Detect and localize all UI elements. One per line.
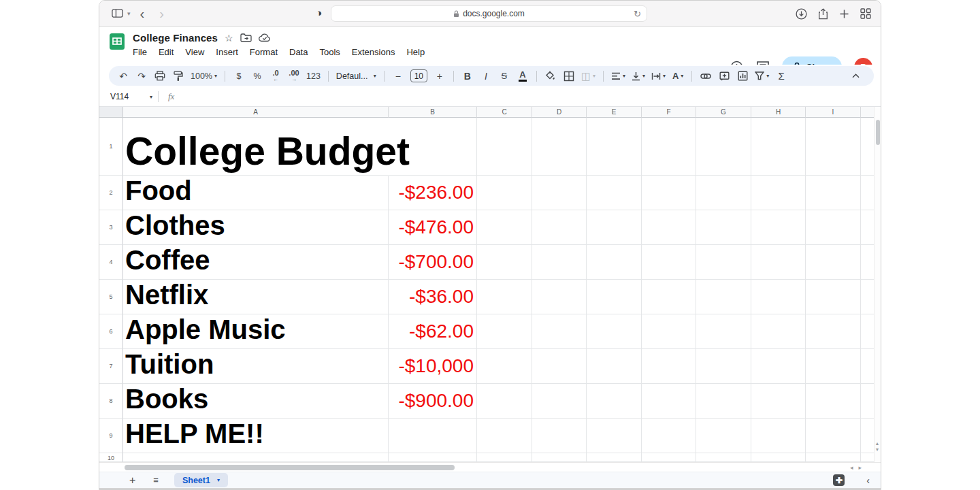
- col-header-H[interactable]: H: [751, 107, 806, 118]
- cell-B3[interactable]: -$476.00: [389, 210, 477, 245]
- cell[interactable]: [696, 210, 751, 245]
- cell[interactable]: [477, 245, 532, 280]
- cell[interactable]: [477, 280, 532, 314]
- cell[interactable]: [751, 453, 806, 462]
- address-bar[interactable]: docs.google.com ↻: [331, 5, 647, 22]
- cell[interactable]: [806, 384, 861, 419]
- cell-A5[interactable]: Netflix: [123, 280, 389, 314]
- cell-B9[interactable]: [389, 419, 477, 453]
- cell[interactable]: [532, 453, 587, 462]
- cell[interactable]: [477, 176, 532, 210]
- cell[interactable]: [696, 280, 751, 314]
- row-header[interactable]: 6: [99, 314, 123, 349]
- menu-edit[interactable]: Edit: [159, 47, 174, 57]
- cell[interactable]: [696, 384, 751, 419]
- name-box[interactable]: V114 ▾: [99, 92, 158, 101]
- cell[interactable]: [532, 176, 587, 210]
- cell[interactable]: [532, 419, 587, 453]
- borders-button[interactable]: [563, 68, 575, 84]
- menu-extensions[interactable]: Extensions: [352, 47, 395, 57]
- downloads-icon[interactable]: [796, 8, 807, 20]
- col-header-I[interactable]: I: [806, 107, 861, 118]
- cell[interactable]: [587, 384, 642, 419]
- collapse-panel-icon[interactable]: ‹: [866, 475, 870, 486]
- cell[interactable]: [861, 245, 875, 280]
- cell[interactable]: [806, 349, 861, 384]
- move-folder-icon[interactable]: [240, 33, 252, 42]
- cell[interactable]: [861, 176, 875, 210]
- cell[interactable]: [751, 384, 806, 419]
- cell[interactable]: [861, 349, 875, 384]
- cell[interactable]: [477, 314, 532, 349]
- explore-button[interactable]: ✚: [833, 474, 845, 486]
- fill-color-button[interactable]: [544, 68, 557, 84]
- create-filter-button[interactable]: ▾: [755, 68, 769, 84]
- cell[interactable]: [751, 245, 806, 280]
- cell-A1[interactable]: College Budget: [123, 118, 389, 176]
- cell[interactable]: [642, 314, 696, 349]
- cell-A7[interactable]: Tuition: [123, 349, 389, 384]
- cell[interactable]: [532, 349, 587, 384]
- cell[interactable]: [696, 118, 751, 176]
- print-button[interactable]: [154, 68, 166, 84]
- cell[interactable]: [477, 453, 532, 462]
- menu-view[interactable]: View: [185, 47, 204, 57]
- decrease-decimal-button[interactable]: .0←: [270, 68, 282, 84]
- cell[interactable]: [642, 118, 696, 176]
- cell[interactable]: [751, 349, 806, 384]
- cell[interactable]: [806, 419, 861, 453]
- cell[interactable]: [532, 245, 587, 280]
- insert-link-button[interactable]: [700, 68, 712, 84]
- insert-chart-button[interactable]: [736, 68, 749, 84]
- increase-font-size-button[interactable]: +: [434, 68, 446, 84]
- text-rotation-button[interactable]: A▾: [672, 68, 684, 84]
- cell[interactable]: [532, 280, 587, 314]
- menu-help[interactable]: Help: [406, 47, 425, 57]
- cell[interactable]: [861, 280, 875, 314]
- cell[interactable]: [587, 118, 642, 176]
- horizontal-scrollbar[interactable]: ◂▸: [99, 462, 881, 472]
- insert-comment-button[interactable]: [718, 68, 730, 84]
- cell[interactable]: [477, 419, 532, 453]
- sheets-logo-icon[interactable]: [108, 33, 126, 65]
- format-currency-button[interactable]: $: [233, 68, 245, 84]
- cell[interactable]: [696, 349, 751, 384]
- col-header-D[interactable]: D: [532, 107, 587, 118]
- cell[interactable]: [587, 349, 642, 384]
- document-title[interactable]: College Finances: [133, 32, 218, 44]
- row-header[interactable]: 4: [99, 245, 123, 280]
- text-wrap-button[interactable]: ▾: [651, 68, 666, 84]
- horizontal-scroll-arrows[interactable]: ◂▸: [850, 464, 867, 471]
- bold-button[interactable]: B: [461, 68, 474, 84]
- cell-A4[interactable]: Coffee: [123, 245, 389, 280]
- cell[interactable]: [806, 118, 861, 176]
- sheet-tab-chevron-icon[interactable]: ▾: [217, 477, 220, 483]
- col-header-F[interactable]: F: [642, 107, 696, 118]
- share-icon[interactable]: [818, 8, 828, 20]
- cell[interactable]: [751, 419, 806, 453]
- cell[interactable]: [696, 419, 751, 453]
- cell[interactable]: [696, 453, 751, 462]
- col-header-stub[interactable]: [861, 107, 875, 118]
- cell[interactable]: [642, 453, 696, 462]
- vertical-scroll-arrows[interactable]: ▲▼: [875, 440, 880, 453]
- menu-format[interactable]: Format: [250, 47, 278, 57]
- cell[interactable]: [696, 176, 751, 210]
- format-percent-button[interactable]: %: [251, 68, 263, 84]
- privacy-shield-icon[interactable]: ◑: [316, 7, 322, 18]
- cell[interactable]: [696, 245, 751, 280]
- undo-button[interactable]: ↶: [117, 68, 129, 84]
- cell-A3[interactable]: Clothes: [123, 210, 389, 245]
- font-select[interactable]: Defaul...▾: [336, 68, 376, 84]
- redo-button[interactable]: ↷: [135, 68, 148, 84]
- new-tab-icon[interactable]: [839, 9, 849, 19]
- col-header-B[interactable]: B: [389, 107, 477, 118]
- menu-data[interactable]: Data: [289, 47, 308, 57]
- merge-cells-button[interactable]: ◫▾: [581, 68, 595, 84]
- hide-toolbar-button[interactable]: [849, 68, 862, 84]
- cell[interactable]: [751, 280, 806, 314]
- cell[interactable]: [642, 419, 696, 453]
- vertical-scrollbar[interactable]: ▲▼: [874, 107, 881, 462]
- cell[interactable]: [642, 176, 696, 210]
- cell[interactable]: [861, 314, 875, 349]
